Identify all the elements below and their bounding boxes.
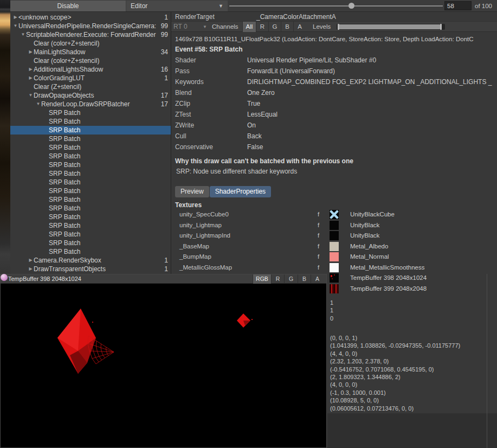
- tree-item[interactable]: SRP Batch: [10, 239, 171, 247]
- chevron-down-icon: ▼: [203, 22, 207, 32]
- tree-item[interactable]: SRP Batch: [10, 187, 171, 195]
- tab-preview[interactable]: Preview: [175, 186, 209, 197]
- tree-item[interactable]: SRP Batch: [10, 117, 171, 126]
- tree-item-label: SRP Batch: [49, 109, 80, 117]
- tree-item[interactable]: SRP Batch: [10, 152, 171, 161]
- levels-slider-bar: [338, 24, 440, 29]
- rt-dropdown[interactable]: RT 0 ▼: [173, 22, 208, 32]
- texture-thumbnail-black: [330, 231, 339, 240]
- texture-row[interactable]: unity_SpecCube0fUnityBlackCube: [171, 209, 497, 220]
- property-value: False: [247, 142, 263, 152]
- texture-filter-flag[interactable]: f: [318, 241, 319, 252]
- channel-button-a[interactable]: A: [293, 22, 306, 32]
- texture-filter-flag[interactable]: f: [318, 209, 319, 220]
- event-slider-handle[interactable]: [348, 3, 354, 9]
- render-target-label: RenderTarget: [175, 12, 215, 22]
- event-number-field[interactable]: [444, 1, 472, 10]
- tree-item[interactable]: Clear (color+Z+stencil): [10, 39, 171, 48]
- event-property-row: BlendOne Zero: [171, 87, 497, 98]
- texture-property-name: unity_SpecCube0: [179, 209, 229, 220]
- texture-filter-flag[interactable]: f: [318, 231, 319, 241]
- chevron-right-icon[interactable]: ▶: [28, 265, 34, 273]
- tree-item[interactable]: SRP Batch: [10, 213, 171, 221]
- tree-item[interactable]: Clear (Z+stencil): [10, 82, 171, 91]
- channel-button-r[interactable]: R: [256, 22, 268, 32]
- levels-slider-max-handle[interactable]: [440, 24, 442, 30]
- preview-channel-button-a[interactable]: A: [311, 274, 324, 284]
- tree-item[interactable]: ▶<unknown scope>1: [10, 13, 171, 22]
- tree-item[interactable]: ▶DrawTransparentObjects1: [10, 265, 171, 273]
- preview-channel-button-g[interactable]: G: [284, 274, 298, 284]
- texture-name: TempBuffer 399 2048x2048: [350, 284, 427, 295]
- tree-item[interactable]: SRP Batch: [10, 143, 171, 152]
- tree-item[interactable]: ▼DrawOpaqueObjects17: [10, 91, 171, 100]
- property-value: LessEqual: [247, 109, 277, 120]
- tree-item[interactable]: SRP Batch: [10, 204, 171, 213]
- texture-filter-flag[interactable]: f: [318, 252, 319, 263]
- texture-row[interactable]: _BaseMapfMetal_Albedo: [171, 241, 497, 252]
- tree-item[interactable]: ▼RenderLoop.DrawSRPBatcher17: [10, 100, 171, 108]
- tree-item[interactable]: SRP Batch: [10, 161, 171, 169]
- render-target-row: RenderTarget _CameraColorAttachmentA: [171, 12, 497, 22]
- vector-value: (4, 4, 0, 0): [330, 350, 460, 357]
- tree-item[interactable]: SRP Batch: [10, 126, 171, 135]
- chevron-right-icon[interactable]: ▶: [28, 65, 34, 74]
- tree-item[interactable]: SRP Batch: [10, 108, 171, 117]
- tree-item-label: Camera.RenderSkybox: [34, 257, 101, 264]
- texture-filter-flag[interactable]: f: [318, 263, 319, 273]
- tree-item[interactable]: SRP Batch: [10, 247, 171, 256]
- channel-button-g[interactable]: G: [268, 22, 281, 32]
- tree-item[interactable]: SRP Batch: [10, 230, 171, 239]
- chevron-down-icon[interactable]: ▼: [35, 100, 41, 108]
- preview-channel-button-b[interactable]: B: [298, 274, 311, 284]
- chevron-down-icon[interactable]: ▼: [12, 22, 18, 30]
- tree-item[interactable]: SRP Batch: [10, 178, 171, 187]
- tree-item[interactable]: ▼ScriptableRenderer.Execute: ForwardRend…: [10, 30, 171, 39]
- scrollbar-divider[interactable]: [487, 274, 487, 448]
- tree-item[interactable]: ▶MainLightShadow34: [10, 48, 171, 56]
- red-speck: [92, 322, 93, 323]
- texture-row[interactable]: _MetallicGlossMapfMetal_MetallicSmoothne…: [171, 263, 497, 273]
- chevron-right-icon[interactable]: ▶: [28, 48, 34, 56]
- tree-item[interactable]: ▶Camera.RenderSkybox1: [10, 256, 171, 265]
- disable-button[interactable]: Disable: [10, 1, 126, 11]
- event-tree: ▶<unknown scope>1▼UniversalRenderPipelin…: [10, 12, 171, 274]
- chevron-right-icon[interactable]: ▶: [28, 74, 34, 82]
- vector-value: (10.08928, 5, 0, 0): [330, 396, 460, 404]
- preview-channel-button-r[interactable]: R: [271, 274, 284, 284]
- tree-item-count: 17: [161, 91, 168, 100]
- channel-button-all[interactable]: All: [242, 22, 256, 32]
- chevron-right-icon[interactable]: ▶: [28, 256, 34, 265]
- tree-item-label: SRP Batch: [49, 248, 80, 255]
- texture-filter-flag[interactable]: f: [318, 220, 319, 231]
- texture-preview-canvas[interactable]: [1, 284, 326, 447]
- editor-target-dropdown[interactable]: Editor ▼: [126, 1, 228, 11]
- chevron-right-icon[interactable]: ▶: [12, 13, 18, 22]
- preview-title-bar[interactable]: TempBuffer 398 2048x1024 RGBRGBA: [1, 274, 326, 284]
- event-slider[interactable]: [229, 0, 443, 12]
- tree-item[interactable]: SRP Batch: [10, 221, 171, 230]
- levels-slider-min-handle[interactable]: [338, 24, 339, 30]
- texture-row[interactable]: _BumpMapfMetal_Normal: [171, 252, 497, 263]
- texture-row[interactable]: unity_LightmapfUnityBlack: [171, 220, 497, 231]
- tree-item-label: SRP Batch: [49, 187, 80, 195]
- preview-channel-button-rgb[interactable]: RGB: [253, 274, 271, 284]
- tree-item[interactable]: SRP Batch: [10, 195, 171, 204]
- chevron-down-icon[interactable]: ▼: [20, 30, 26, 39]
- event-slider-track[interactable]: [229, 5, 443, 7]
- chevron-down-icon[interactable]: ▼: [28, 91, 34, 100]
- tree-item[interactable]: SRP Batch: [10, 135, 171, 143]
- texture-thumbnail-black: [330, 221, 339, 230]
- tree-item[interactable]: Clear (color+Z+stencil): [10, 56, 171, 65]
- tab-shaderproperties[interactable]: ShaderProperties: [210, 186, 271, 197]
- texture-row[interactable]: unity_LightmapIndfUnityBlack: [171, 231, 497, 241]
- event-property-row: ShaderUniversal Render Pipeline/Lit, Sub…: [171, 55, 497, 66]
- tree-item[interactable]: ▶AdditionalLightsShadow16: [10, 65, 171, 74]
- levels-slider[interactable]: [337, 24, 445, 30]
- channel-button-b[interactable]: B: [281, 22, 293, 32]
- tree-item[interactable]: ▼UniversalRenderPipeline.RenderSingleCam…: [10, 22, 171, 30]
- tree-item[interactable]: SRP Batch: [10, 169, 171, 178]
- property-name: Keywords: [175, 76, 204, 87]
- tree-item-label: AdditionalLightsShadow: [34, 66, 103, 73]
- tree-item[interactable]: ▶ColorGradingLUT1: [10, 74, 171, 82]
